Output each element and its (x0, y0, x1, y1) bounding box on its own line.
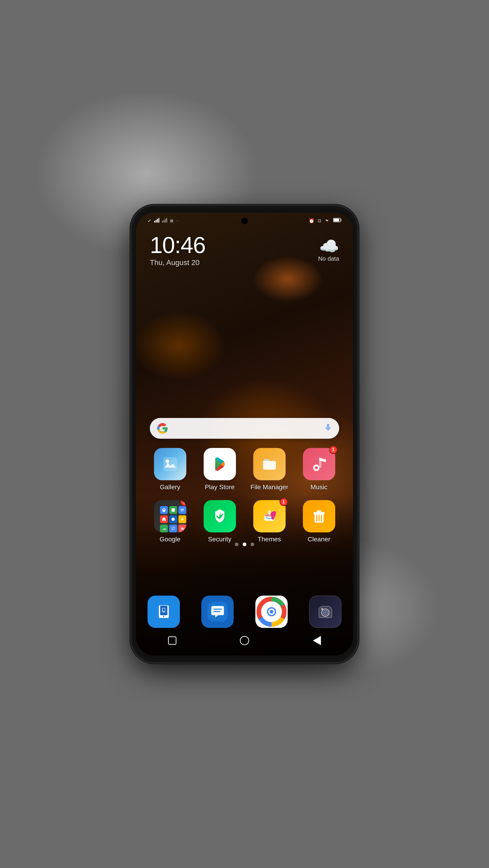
app-gallery[interactable]: Gallery (147, 448, 193, 491)
filemanager-icon (253, 448, 286, 480)
svg-rect-2 (157, 219, 158, 223)
app-security[interactable]: Security (197, 500, 242, 543)
clock-section: 10:46 Thu, August 20 (150, 234, 205, 267)
status-left-icons: ✓ ▦ (147, 218, 180, 224)
svg-rect-19 (268, 510, 270, 515)
check-icon: ✓ (147, 218, 151, 223)
svg-rect-10 (341, 219, 342, 221)
clock-time: 10:46 (150, 234, 205, 256)
nav-circle-icon (240, 636, 249, 645)
app-music[interactable]: 1 Music (296, 448, 342, 491)
svg-rect-11 (163, 457, 177, 471)
nav-square-icon (168, 637, 176, 645)
security-label: Security (208, 536, 231, 543)
weather-label: No data (318, 255, 339, 262)
playstore-label: Play Store (205, 484, 235, 491)
svg-rect-4 (162, 221, 163, 223)
signal-icon (154, 218, 159, 224)
clock-date: Thu, August 20 (150, 258, 205, 267)
security-icon (204, 500, 236, 532)
dock-phone[interactable] (147, 596, 180, 628)
app-playstore[interactable]: Play Store (197, 448, 242, 491)
music-label: Music (311, 484, 327, 491)
dot-1[interactable] (235, 542, 238, 546)
cleaner-label: Cleaner (308, 536, 330, 543)
svg-rect-6 (165, 219, 166, 223)
svg-point-38 (321, 608, 323, 610)
weather-widget: ☁️ No data (318, 238, 339, 262)
alarm-icon: ⏰ (309, 218, 314, 223)
battery-icon (333, 218, 342, 224)
svg-rect-5 (164, 220, 164, 223)
dot-2[interactable] (243, 542, 246, 546)
google-search-bar[interactable] (150, 418, 339, 439)
sim-icon (162, 218, 167, 224)
nav-back-btn[interactable] (308, 633, 326, 648)
svg-point-16 (172, 518, 175, 521)
google-folder-icon: 9 (154, 500, 186, 532)
nav-bar (136, 630, 353, 651)
camera-app-icon (309, 596, 342, 628)
phone-device: ✓ ▦ (132, 206, 357, 662)
app-grid: Gallery (147, 448, 342, 543)
themes-icon: 1 (253, 500, 286, 532)
themes-label: Themes (258, 536, 281, 543)
phone-screen: ✓ ▦ (136, 213, 353, 656)
svg-point-34 (270, 610, 274, 614)
filemanager-label: File Manager (251, 484, 288, 491)
svg-rect-0 (154, 221, 155, 223)
svg-rect-1 (155, 220, 156, 223)
more-icon: ··· (176, 219, 180, 223)
svg-rect-9 (334, 219, 339, 221)
gallery-icon (154, 448, 186, 480)
svg-point-37 (324, 612, 326, 614)
svg-point-12 (166, 460, 169, 463)
google-g-logo (157, 423, 168, 434)
music-badge: 1 (329, 446, 338, 454)
themes-badge: 1 (280, 498, 288, 506)
svg-rect-3 (159, 218, 159, 223)
svg-point-14 (315, 466, 318, 469)
gallery-label: Gallery (160, 484, 180, 491)
music-icon: 1 (303, 448, 335, 480)
app-themes[interactable]: 1 Themes (247, 500, 292, 543)
dock (147, 596, 342, 628)
app-google-folder[interactable]: 9 (147, 500, 193, 543)
nav-triangle-icon (313, 636, 321, 645)
chrome-app-icon (255, 596, 288, 628)
app-filemanager[interactable]: File Manager (247, 448, 292, 491)
status-right-icons: ⏰ ⊡ (309, 217, 342, 224)
weather-icon: ☁️ (319, 238, 339, 254)
dock-chrome[interactable] (255, 596, 288, 628)
dock-messages[interactable] (201, 596, 234, 628)
dot-3[interactable] (251, 542, 254, 546)
page-dots (235, 542, 254, 546)
dock-camera[interactable] (309, 596, 342, 628)
messages-app-icon (201, 596, 234, 628)
google-folder-label: Google (160, 536, 180, 543)
svg-rect-7 (166, 218, 167, 223)
front-camera (241, 218, 248, 224)
screenshot-icon: ⊡ (318, 218, 321, 223)
playstore-icon (204, 448, 236, 480)
cleaner-icon (303, 500, 335, 532)
app-cleaner[interactable]: Cleaner (296, 500, 342, 543)
wifi-icon (324, 217, 330, 224)
mic-icon[interactable] (324, 423, 332, 433)
svg-rect-22 (317, 510, 321, 513)
nav-home-btn[interactable] (235, 633, 254, 648)
sim-card-icon: ▦ (170, 218, 173, 223)
phone-app-icon (147, 596, 180, 628)
nav-recents-btn[interactable] (163, 633, 181, 648)
